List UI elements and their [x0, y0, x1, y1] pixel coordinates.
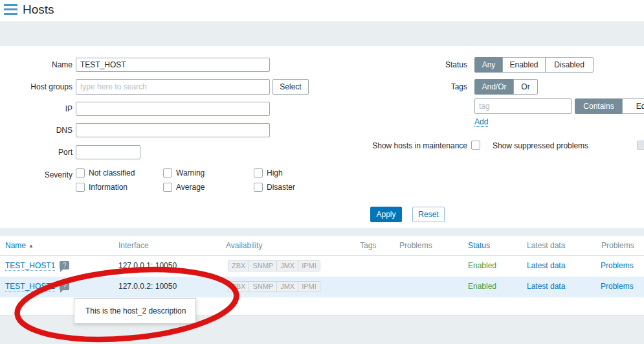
host2-description-icon[interactable]: ?	[60, 282, 69, 290]
table-row-host1: TEST_HOST1? 127.0.0.1: 10050 ZBX SNMP JM…	[0, 256, 644, 277]
host1-availability-badges: ZBX SNMP JMX IPMI	[228, 260, 320, 271]
column-header-problems: Problems	[399, 236, 432, 255]
hamburger-menu-icon[interactable]	[4, 4, 17, 15]
table-header-row: Name▲ Interface Availability Tags Proble…	[0, 236, 644, 256]
host2-interface: 127.0.0.2: 10050	[118, 277, 177, 297]
host2-name-link[interactable]: TEST_HOST2	[5, 282, 55, 292]
jmx-badge: JMX	[276, 261, 298, 271]
zbx-badge: ZBX	[228, 282, 249, 292]
status-disabled-button[interactable]: Disabled	[545, 57, 594, 73]
jmx-badge: JMX	[276, 282, 298, 292]
host2-status[interactable]: Enabled	[468, 277, 496, 297]
tags-operator-segmented-control: And/Or Or	[474, 79, 538, 95]
severity-label: Severity	[0, 168, 72, 182]
column-header-status[interactable]: Status	[468, 236, 490, 255]
host2-latest-data-link[interactable]: Latest data	[527, 282, 565, 291]
checkbox[interactable]	[76, 168, 85, 178]
host2-availability-badges: ZBX SNMP JMX IPMI	[228, 281, 320, 292]
tag-contains-button[interactable]: Contains	[575, 98, 623, 114]
column-header-tags: Tags	[360, 236, 376, 255]
column-header-interface: Interface	[118, 236, 149, 255]
severity-not-classified[interactable]: Not classified	[76, 168, 135, 178]
tags-or-button[interactable]: Or	[513, 79, 538, 95]
host1-name-link[interactable]: TEST_HOST1	[5, 261, 55, 271]
suppressed-checkbox[interactable]	[637, 141, 644, 150]
column-header-problems-2: Problems	[601, 236, 634, 255]
maintenance-checkbox[interactable]	[471, 141, 480, 150]
host-groups-label: Host groups	[0, 80, 72, 94]
tags-label: Tags	[370, 82, 467, 91]
reset-button[interactable]: Reset	[412, 207, 445, 222]
column-header-latest-data: Latest data	[527, 236, 565, 255]
status-segmented-control: Any Enabled Disabled	[474, 57, 594, 73]
status-enabled-button[interactable]: Enabled	[502, 57, 546, 73]
ipmi-badge: IPMI	[298, 261, 320, 271]
suppressed-label: Show suppressed problems	[493, 141, 588, 150]
host1-description-icon[interactable]: ?	[60, 261, 69, 269]
checkbox[interactable]	[254, 183, 263, 192]
status-label: Status	[370, 60, 467, 69]
snmp-badge: SNMP	[249, 261, 276, 271]
severity-warning[interactable]: Warning	[163, 168, 205, 178]
host1-status[interactable]: Enabled	[468, 256, 496, 276]
page-title: Hosts	[23, 0, 54, 21]
checkbox[interactable]	[163, 168, 172, 178]
severity-information[interactable]: Information	[76, 183, 128, 192]
severity-disaster[interactable]: Disaster	[254, 183, 295, 192]
port-label: Port	[0, 145, 72, 159]
host-description-tooltip: This is the host_2 description	[74, 298, 196, 324]
header-spacer	[0, 21, 644, 46]
tag-equals-button[interactable]: Equals	[622, 98, 644, 114]
checkbox[interactable]	[163, 183, 172, 192]
sort-asc-icon: ▲	[28, 243, 34, 249]
ipmi-badge: IPMI	[298, 282, 320, 292]
filter-table-spacer	[0, 228, 644, 236]
host-groups-input[interactable]	[76, 79, 270, 95]
select-button[interactable]: Select	[272, 79, 309, 95]
tag-match-segmented-control: Contains Equals	[575, 98, 644, 114]
ip-input[interactable]	[76, 102, 270, 116]
dns-label: DNS	[0, 123, 72, 137]
checkbox[interactable]	[76, 183, 85, 192]
hosts-page: Hosts Name Host groups Select IP DNS Por…	[0, 0, 644, 344]
column-header-availability: Availability	[226, 236, 262, 255]
snmp-badge: SNMP	[249, 282, 276, 292]
severity-average[interactable]: Average	[163, 183, 205, 192]
checkbox[interactable]	[254, 168, 263, 178]
host1-latest-data-link[interactable]: Latest data	[527, 261, 565, 270]
tags-andor-button[interactable]: And/Or	[474, 79, 514, 95]
maintenance-label: Show hosts in maintenance	[304, 141, 467, 150]
filter-panel: Name Host groups Select IP DNS Port Seve…	[0, 46, 644, 228]
status-any-button[interactable]: Any	[474, 57, 503, 73]
host2-problems-link[interactable]: Problems	[601, 282, 634, 291]
tag-input[interactable]	[474, 98, 572, 114]
dns-input[interactable]	[76, 123, 270, 137]
tooltip-text: This is the host_2 description	[85, 306, 186, 315]
column-header-name[interactable]: Name▲	[5, 236, 34, 256]
zbx-badge: ZBX	[228, 261, 249, 271]
apply-button[interactable]: Apply	[370, 207, 402, 222]
table-row-host2: TEST_HOST2? 127.0.0.2: 10050 ZBX SNMP JM…	[0, 277, 644, 297]
host1-problems-link[interactable]: Problems	[601, 261, 634, 270]
severity-high[interactable]: High	[254, 168, 283, 178]
top-bar: Hosts	[0, 0, 644, 21]
port-input[interactable]	[76, 145, 140, 159]
name-input[interactable]	[76, 58, 270, 72]
add-tag-link[interactable]: Add	[474, 117, 488, 127]
ip-label: IP	[0, 102, 72, 116]
host1-interface: 127.0.0.1: 10050	[118, 256, 177, 276]
name-label: Name	[0, 58, 72, 72]
